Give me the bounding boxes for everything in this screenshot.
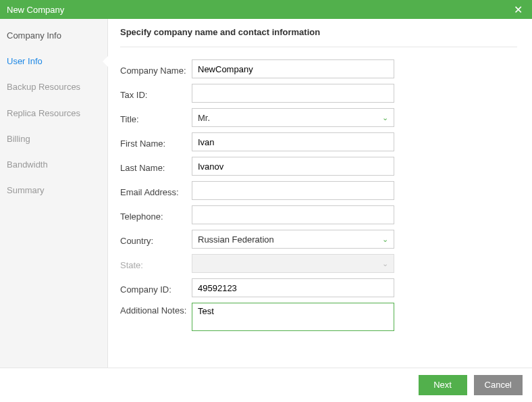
label-tax-id: Tax ID: (120, 87, 192, 100)
page-heading: Specify company name and contact informa… (120, 27, 517, 47)
input-company-name[interactable] (192, 59, 394, 78)
select-country-value: Russian Federation (198, 234, 274, 245)
sidebar-item-replica-resources[interactable]: Replica Resources (0, 101, 107, 126)
dialog-body: Company Info User Info Backup Resources … (0, 19, 532, 368)
label-country: Country: (120, 233, 192, 246)
sidebar-item-backup-resources[interactable]: Backup Resources (0, 74, 107, 100)
sidebar-item-label: Summary (7, 185, 45, 195)
label-company-id: Company ID: (120, 282, 192, 295)
label-email: Email Address: (120, 184, 192, 197)
label-last-name: Last Name: (120, 160, 192, 173)
sidebar-item-user-info[interactable]: User Info (0, 49, 107, 74)
close-icon[interactable]: ✕ (511, 3, 525, 16)
row-title: Title: Mr. ⌄ (120, 108, 517, 127)
label-title: Title: (120, 111, 192, 124)
next-button[interactable]: Next (419, 375, 467, 395)
sidebar-item-label: User Info (7, 56, 43, 66)
window-title: New Company (7, 5, 64, 15)
cancel-button[interactable]: Cancel (474, 375, 523, 395)
label-first-name: First Name: (120, 136, 192, 149)
sidebar-item-bandwidth[interactable]: Bandwidth (0, 152, 107, 178)
row-telephone: Telephone: (120, 205, 517, 224)
sidebar-item-label: Backup Resources (7, 82, 80, 92)
divider (120, 47, 517, 47)
form-panel: Specify company name and contact informa… (108, 19, 532, 368)
sidebar-item-summary[interactable]: Summary (0, 178, 107, 203)
input-telephone[interactable] (192, 205, 394, 224)
select-country[interactable]: Russian Federation ⌄ (192, 230, 394, 249)
input-company-id[interactable] (192, 278, 394, 297)
row-first-name: First Name: (120, 132, 517, 151)
sidebar-item-label: Bandwidth (7, 159, 48, 170)
select-title-value: Mr. (198, 113, 210, 123)
row-notes: Additional Notes: (120, 303, 517, 331)
sidebar-item-label: Company Info (7, 30, 61, 41)
row-company-name: Company Name: (120, 59, 517, 78)
row-email: Email Address: (120, 181, 517, 200)
chevron-down-icon: ⌄ (382, 235, 388, 244)
sidebar-item-label: Replica Resources (7, 108, 80, 118)
label-telephone: Telephone: (120, 209, 192, 222)
sidebar-item-billing[interactable]: Billing (0, 126, 107, 152)
label-company-name: Company Name: (120, 63, 192, 76)
textarea-notes[interactable] (192, 303, 394, 331)
sidebar-item-company-info[interactable]: Company Info (0, 23, 107, 49)
chevron-down-icon: ⌄ (382, 114, 388, 122)
row-company-id: Company ID: (120, 278, 517, 297)
sidebar-item-label: Billing (7, 134, 30, 144)
label-state: State: (120, 257, 192, 270)
select-state: ⌄ (192, 254, 394, 273)
row-country: Country: Russian Federation ⌄ (120, 230, 517, 249)
input-tax-id[interactable] (192, 84, 394, 103)
dialog-footer: Next Cancel (0, 368, 532, 401)
chevron-down-icon: ⌄ (382, 259, 388, 268)
input-first-name[interactable] (192, 132, 394, 151)
select-title[interactable]: Mr. ⌄ (192, 108, 394, 127)
input-last-name[interactable] (192, 157, 394, 176)
titlebar: New Company ✕ (0, 0, 532, 19)
wizard-sidebar: Company Info User Info Backup Resources … (0, 19, 108, 368)
label-notes: Additional Notes: (120, 303, 192, 316)
row-tax-id: Tax ID: (120, 84, 517, 103)
row-last-name: Last Name: (120, 157, 517, 176)
input-email[interactable] (192, 181, 394, 200)
row-state: State: ⌄ (120, 254, 517, 273)
